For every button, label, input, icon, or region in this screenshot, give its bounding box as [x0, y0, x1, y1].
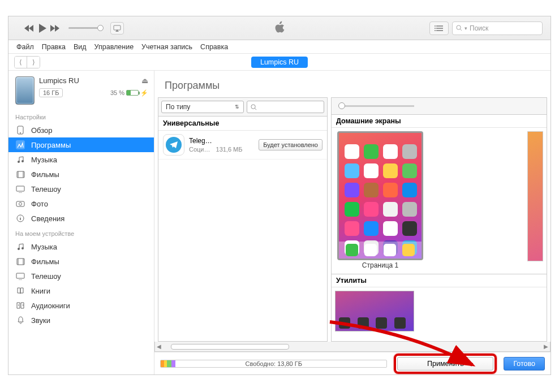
menu-view[interactable]: Вид	[74, 43, 87, 51]
list-view-button[interactable]	[429, 21, 449, 35]
movies-icon	[15, 170, 25, 179]
svg-point-13	[19, 203, 22, 205]
sidebar-od-tones[interactable]: Звуки	[8, 313, 154, 328]
next-track-button[interactable]	[50, 24, 61, 32]
sidebar-item-movies[interactable]: Фильмы	[8, 167, 154, 182]
zoom-slider-bar	[331, 97, 547, 114]
storage-usage-bar: Свободно: 13,80 ГБ	[160, 360, 387, 368]
sidebar-settings-label: Настройки	[8, 109, 154, 123]
utilities-folder[interactable]	[335, 291, 414, 331]
apps-search-input[interactable]	[247, 101, 324, 113]
apple-logo-icon	[273, 20, 286, 36]
done-button[interactable]: Готово	[504, 357, 545, 371]
sidebar: Lumpics RU ⏏ 16 ГБ 35 % ⚡ Настройки Обзо…	[8, 71, 154, 374]
device-name: Lumpics RU	[39, 76, 79, 85]
menu-controls[interactable]: Управление	[94, 43, 134, 51]
home-screen-1[interactable]: Страница 1	[335, 131, 425, 269]
svg-rect-7	[16, 140, 25, 149]
itunes-window: ▾ Поиск Файл Правка Вид Управление Учетн…	[8, 16, 551, 375]
sidebar-item-overview[interactable]: Обзор	[8, 123, 154, 137]
home-screen-2-partial[interactable]	[527, 131, 543, 261]
apps-section-header: Универсальные	[158, 117, 327, 131]
svg-rect-12	[16, 201, 24, 206]
menu-file[interactable]: Файл	[16, 43, 34, 51]
apply-button[interactable]: Применить	[397, 357, 493, 371]
svg-rect-0	[114, 25, 121, 30]
telegram-icon	[163, 134, 184, 156]
home-screen-label: Страница 1	[362, 261, 398, 269]
zoom-slider[interactable]	[341, 105, 414, 107]
home-screen-preview	[337, 131, 423, 260]
svg-point-4	[457, 25, 461, 29]
svg-point-19	[251, 104, 255, 108]
battery-indicator: 35 % ⚡	[110, 89, 148, 97]
menu-account[interactable]: Учетная запись	[141, 43, 192, 51]
apps-toolbar: По типу ⇅	[158, 98, 327, 117]
bottom-bar: Свободно: 13,80 ГБ Применить Готово	[154, 352, 551, 374]
storage-chip: 16 ГБ	[39, 88, 63, 97]
horizontal-scrollbar[interactable]: ◀ ▶	[154, 342, 551, 352]
svg-point-1	[435, 25, 436, 27]
sidebar-od-audiobooks[interactable]: Аудиокниги	[8, 298, 154, 313]
book-icon	[15, 286, 25, 295]
utilities-header: Утилиты	[332, 274, 547, 287]
sidebar-item-music[interactable]: Музыка	[8, 152, 154, 167]
play-button[interactable]	[38, 23, 47, 33]
menubar: Файл Правка Вид Управление Учетная запис…	[8, 40, 551, 54]
apps-icon	[15, 140, 25, 149]
audiobook-icon	[15, 301, 25, 310]
app-install-button[interactable]: Будет установлено	[259, 139, 322, 150]
eject-button[interactable]: ⏏	[141, 76, 148, 85]
sidebar-od-books[interactable]: Книги	[8, 283, 154, 298]
tv-icon	[15, 184, 25, 193]
subheader: ⟨ ⟩ Lumpics RU	[8, 54, 551, 71]
search-input[interactable]: ▾ Поиск	[452, 21, 543, 35]
annotation-highlight: Применить	[394, 354, 497, 374]
device-thumbnail	[15, 76, 35, 105]
search-icon	[456, 25, 462, 31]
info-icon	[15, 214, 25, 223]
nav-back-button[interactable]: ⟨	[15, 57, 27, 68]
sidebar-item-tvshows[interactable]: Телешоу	[8, 182, 154, 196]
bell-icon	[15, 316, 25, 325]
titlebar: ▾ Поиск	[8, 16, 551, 40]
prev-track-button[interactable]	[24, 24, 35, 32]
sidebar-item-apps[interactable]: Программы	[8, 137, 154, 152]
svg-point-6	[20, 132, 21, 133]
sidebar-item-info[interactable]: Сведения	[8, 211, 154, 226]
movies-icon	[15, 257, 25, 266]
music-icon	[15, 155, 25, 164]
device-icon	[15, 126, 25, 135]
volume-slider[interactable]	[68, 27, 102, 29]
free-space-label: Свободно: 13,80 ГБ	[245, 360, 302, 368]
device-badge[interactable]: Lumpics RU	[251, 57, 308, 68]
music-icon	[15, 242, 25, 251]
svg-point-2	[435, 28, 436, 29]
app-row-telegram[interactable]: Teleg… Соци… 131,6 МБ Будет установлено	[158, 131, 327, 160]
sidebar-od-music[interactable]: Музыка	[8, 239, 154, 254]
apps-column: По типу ⇅ Универсальные Teleg…	[158, 97, 328, 342]
apps-empty-area	[158, 160, 327, 341]
main-panel: Программы По типу ⇅ Универсальные	[154, 71, 551, 374]
sidebar-od-movies[interactable]: Фильмы	[8, 254, 154, 269]
svg-rect-11	[16, 186, 24, 191]
nav-forward-button[interactable]: ⟩	[27, 57, 40, 68]
svg-point-16	[22, 247, 24, 249]
svg-rect-18	[16, 273, 24, 278]
menu-edit[interactable]: Правка	[42, 43, 66, 51]
home-screens-header: Домашние экраны	[332, 115, 547, 128]
search-placeholder: Поиск	[470, 24, 488, 32]
device-block: Lumpics RU ⏏ 16 ГБ 35 % ⚡	[8, 74, 154, 109]
tv-icon	[15, 272, 25, 281]
chevron-updown-icon: ⇅	[235, 104, 239, 110]
right-column: Домашние экраны	[331, 97, 547, 342]
sidebar-item-photos[interactable]: Фото	[8, 196, 154, 211]
airplay-button[interactable]	[110, 22, 124, 35]
app-name: Teleg…	[189, 137, 254, 145]
app-category: Соци…	[189, 146, 210, 153]
menu-help[interactable]: Справка	[200, 43, 228, 51]
sidebar-od-tvshows[interactable]: Телешоу	[8, 269, 154, 283]
svg-point-15	[18, 248, 20, 250]
battery-icon	[126, 90, 139, 96]
sort-select[interactable]: По типу ⇅	[161, 101, 244, 113]
